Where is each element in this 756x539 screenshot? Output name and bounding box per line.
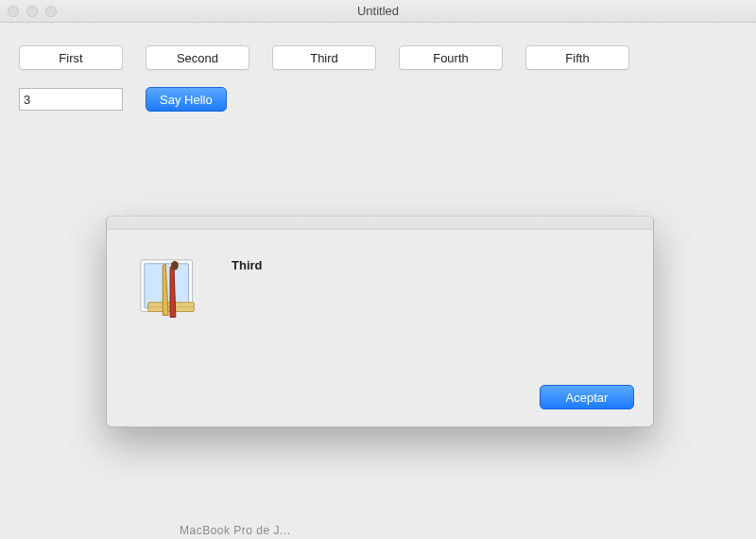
sheet-footer: Aceptar — [540, 385, 634, 409]
svg-point-6 — [171, 261, 179, 270]
fourth-button[interactable]: Fourth — [399, 45, 503, 70]
zoom-icon[interactable] — [45, 6, 57, 17]
background-window-peek: MacBook Pro de J... — [180, 524, 291, 537]
accept-button[interactable]: Aceptar — [540, 385, 634, 409]
window-controls — [8, 6, 57, 17]
minimize-icon[interactable] — [26, 6, 38, 17]
input-row: Say Hello — [19, 87, 737, 112]
fifth-button[interactable]: Fifth — [525, 45, 629, 70]
window-title: Untitled — [8, 4, 748, 18]
sheet-body: Third — [107, 230, 653, 341]
first-button[interactable]: First — [19, 45, 123, 70]
sheet-header — [107, 217, 653, 230]
application-icon — [135, 256, 209, 330]
alert-sheet: Third Aceptar — [106, 216, 654, 427]
index-input[interactable] — [19, 88, 123, 111]
window-titlebar: Untitled — [0, 0, 756, 23]
third-button[interactable]: Third — [272, 45, 376, 70]
alert-message: Third — [232, 256, 263, 330]
say-hello-button[interactable]: Say Hello — [146, 87, 227, 112]
close-icon[interactable] — [8, 6, 19, 17]
second-button[interactable]: Second — [146, 45, 249, 70]
button-row: First Second Third Fourth Fifth — [19, 45, 737, 70]
